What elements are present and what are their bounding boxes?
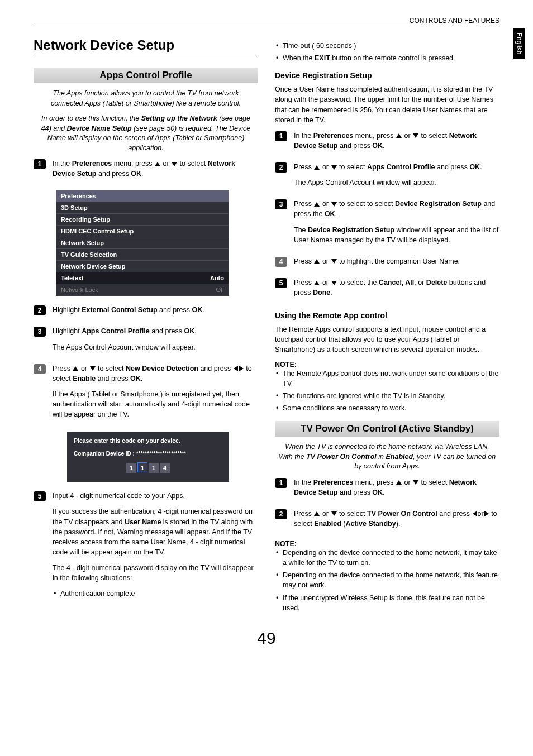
step-badge-2: 2 bbox=[275, 162, 287, 173]
bullet-item: Depending on the device connected to the… bbox=[276, 570, 499, 590]
power-step-1: 1 In the Preferences menu, press or to s… bbox=[275, 477, 499, 503]
down-arrow-icon bbox=[331, 202, 337, 207]
step-badge-1: 1 bbox=[275, 478, 287, 488]
down-arrow-icon bbox=[331, 165, 337, 170]
power-step-2: 2 Press or to select TV Power On Control… bbox=[275, 509, 499, 534]
header-section: CONTROLS AND FEATURES bbox=[34, 17, 499, 26]
step-3: 3 Highlight Apps Control Profile and pre… bbox=[34, 326, 258, 357]
right-column: Time-out ( 60 seconds ) When the EXIT bu… bbox=[275, 37, 499, 619]
step-badge-4: 4 bbox=[275, 257, 287, 267]
bullet-item: Time-out ( 60 seconds ) bbox=[276, 41, 499, 51]
step-badge-3: 3 bbox=[34, 327, 46, 337]
step-badge-1: 1 bbox=[275, 131, 287, 141]
bullet-item: The functions are ignored while the TV i… bbox=[276, 391, 499, 401]
menu-header: Preferences bbox=[56, 190, 229, 202]
code-prompt: Please enter this code on your device. bbox=[74, 437, 222, 444]
step-badge-1: 1 bbox=[34, 159, 46, 169]
down-arrow-icon bbox=[331, 259, 337, 264]
down-arrow-icon bbox=[413, 133, 418, 138]
step-2: 2 Highlight External Control Setup and p… bbox=[34, 305, 258, 320]
menu-row: TeletextAuto bbox=[56, 272, 229, 284]
section-banner-power: TV Power On Control (Active Standby) bbox=[275, 421, 499, 437]
drs-step-4: 4 Press or to highlight the companion Us… bbox=[275, 256, 499, 272]
drs-step-2: 2 Press or to select Apps Control Profil… bbox=[275, 162, 499, 193]
page: CONTROLS AND FEATURES English Network De… bbox=[0, 0, 533, 659]
page-number: 49 bbox=[34, 629, 499, 648]
menu-row: Network Setup bbox=[56, 237, 229, 248]
right-arrow-icon bbox=[484, 511, 489, 516]
down-arrow-icon bbox=[331, 281, 337, 285]
bullet-item: Authentication complete bbox=[54, 588, 258, 599]
step-4: 4 Press or to select New Device Detectio… bbox=[34, 363, 258, 425]
language-tab: English bbox=[513, 28, 525, 59]
intro-text-1: The Apps function allows you to control … bbox=[34, 89, 258, 108]
preferences-menu-mock: Preferences 3D Setup Recording Setup HDM… bbox=[56, 190, 229, 296]
drs-step-1: 1 In the Preferences menu, press or to s… bbox=[275, 131, 499, 156]
up-arrow-icon bbox=[314, 165, 320, 170]
down-arrow-icon bbox=[172, 162, 177, 166]
up-arrow-icon bbox=[314, 511, 320, 516]
step-badge-5: 5 bbox=[34, 491, 46, 501]
drs-intro: Once a User Name has completed authentic… bbox=[275, 84, 499, 125]
code-digit: 4 bbox=[160, 463, 170, 473]
code-digits: 1114 bbox=[74, 462, 222, 473]
down-arrow-icon bbox=[90, 366, 96, 371]
step-badge-3: 3 bbox=[275, 199, 287, 209]
note-label: NOTE: bbox=[275, 361, 499, 369]
code-digit: 1 bbox=[126, 463, 136, 473]
down-arrow-icon bbox=[331, 511, 337, 516]
menu-row: HDMI CEC Control Setup bbox=[56, 225, 229, 237]
up-arrow-icon bbox=[314, 259, 320, 264]
bullet-item: If the unencrypted Wireless Setup is don… bbox=[276, 593, 499, 613]
code-digit-active: 1 bbox=[137, 462, 147, 472]
page-title: Network Device Setup bbox=[34, 37, 258, 55]
menu-row: Recording Setup bbox=[56, 213, 229, 225]
up-arrow-icon bbox=[314, 281, 320, 285]
device-id-line: Companion Device ID : ******************… bbox=[74, 451, 222, 457]
step-5: 5 Input 4 - digit numerical code to your… bbox=[34, 491, 258, 604]
menu-row: Network Device Setup bbox=[56, 260, 229, 272]
up-arrow-icon bbox=[73, 366, 78, 371]
up-arrow-icon bbox=[396, 133, 402, 138]
up-arrow-icon bbox=[155, 162, 160, 166]
subheading-remote-app: Using the Remote App control bbox=[275, 311, 499, 320]
left-column: Network Device Setup Apps Control Profil… bbox=[34, 37, 258, 619]
menu-row-disabled: Network LockOff bbox=[56, 284, 229, 295]
step-badge-5: 5 bbox=[275, 278, 287, 288]
left-arrow-icon bbox=[234, 366, 238, 371]
drs-step-3: 3 Press or to select to select Device Re… bbox=[275, 199, 499, 251]
menu-row: TV Guide Selection bbox=[56, 248, 229, 260]
up-arrow-icon bbox=[314, 202, 320, 207]
two-column-layout: Network Device Setup Apps Control Profil… bbox=[34, 37, 499, 619]
bullet-item: Some conditions are necessary to work. bbox=[276, 403, 499, 413]
up-arrow-icon bbox=[396, 480, 402, 485]
note-label: NOTE: bbox=[275, 540, 499, 548]
code-digit: 1 bbox=[149, 463, 159, 473]
bullet-item: The Remote Apps control does not work un… bbox=[276, 369, 499, 389]
step-badge-2: 2 bbox=[275, 509, 287, 519]
bullet-item: When the EXIT button on the remote contr… bbox=[276, 53, 499, 63]
down-arrow-icon bbox=[413, 480, 418, 485]
right-arrow-icon bbox=[239, 366, 244, 371]
subheading-drs: Device Registration Setup bbox=[275, 71, 499, 80]
remote-app-text: The Remote Apps control supports a text … bbox=[275, 324, 499, 355]
left-arrow-icon bbox=[473, 511, 477, 516]
menu-row: 3D Setup bbox=[56, 202, 229, 213]
code-entry-mock: Please enter this code on your device. C… bbox=[67, 432, 229, 482]
drs-step-5: 5 Press or to select the Cancel, All, or… bbox=[275, 277, 499, 303]
step-1: 1 In the Preferences menu, press or to s… bbox=[34, 159, 258, 184]
bullet-item: Depending on the device connected to the… bbox=[276, 548, 499, 568]
step-badge-2: 2 bbox=[34, 305, 46, 315]
section-banner-apps-control: Apps Control Profile bbox=[34, 68, 258, 83]
power-intro: When the TV is connected to the home net… bbox=[275, 442, 499, 472]
intro-text-2: In order to use this function, the Setti… bbox=[34, 114, 258, 153]
step-badge-4: 4 bbox=[34, 364, 46, 374]
